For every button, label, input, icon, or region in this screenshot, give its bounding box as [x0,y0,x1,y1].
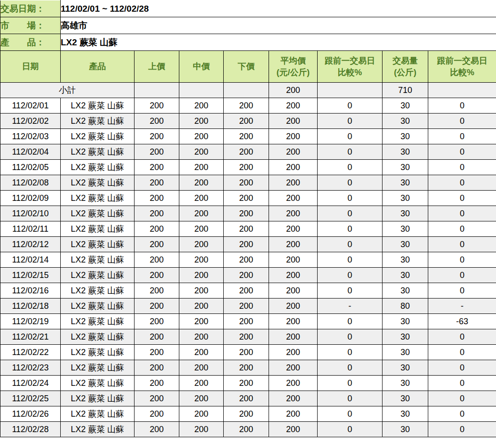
price-change-cell: 0 [318,406,383,422]
volume-cell: 30 [383,237,428,252]
average-price-cell: 200 [269,221,318,237]
date-cell: 112/02/16 [0,283,61,299]
table-row: 112/02/04 LX2 蕨菜 山蘇 200 200 200 200 0 30… [0,144,496,160]
average-price-cell: 200 [269,175,318,191]
middle-price-cell: 200 [179,175,224,191]
volume-change-cell: 0 [428,376,496,391]
volume-cell: 30 [383,360,428,376]
table-row: 112/02/21 LX2 蕨菜 山蘇 200 200 200 200 0 30… [0,329,496,345]
subtotal-average-price: 200 [269,83,318,98]
product-cell: LX2 蕨菜 山蘇 [61,345,135,360]
volume-change-cell: 0 [428,252,496,268]
average-price-cell: 200 [269,345,318,360]
price-change-cell: 0 [318,345,383,360]
middle-price-cell: 200 [179,345,224,360]
product-cell: LX2 蕨菜 山蘇 [61,129,135,144]
average-price-cell: 200 [269,376,318,391]
header-middle-price: 中價 [179,51,224,83]
table-row: 112/02/25 LX2 蕨菜 山蘇 200 200 200 200 0 30… [0,391,496,406]
upper-price-cell: 200 [135,221,179,237]
product-cell: LX2 蕨菜 山蘇 [61,191,135,206]
date-cell: 112/02/02 [0,114,61,129]
product-cell: LX2 蕨菜 山蘇 [61,221,135,237]
market-price-table: 交易日期： 112/02/01 ~ 112/02/28 市 場： 高雄市 產 品… [0,0,496,437]
table-row: 112/02/24 LX2 蕨菜 山蘇 200 200 200 200 0 30… [0,376,496,391]
volume-change-cell: 0 [428,268,496,283]
volume-cell: 30 [383,283,428,299]
price-change-cell: 0 [318,268,383,283]
middle-price-cell: 200 [179,221,224,237]
table-row: 112/02/14 LX2 蕨菜 山蘇 200 200 200 200 0 30… [0,252,496,268]
table-row: 112/02/28 LX2 蕨菜 山蘇 200 200 200 200 0 30… [0,422,496,437]
volume-change-cell: 0 [428,422,496,437]
price-change-cell: 0 [318,175,383,191]
table-row: 112/02/15 LX2 蕨菜 山蘇 200 200 200 200 0 30… [0,268,496,283]
volume-change-cell: - [428,299,496,314]
middle-price-cell: 200 [179,376,224,391]
average-price-cell: 200 [269,237,318,252]
volume-change-cell: 0 [428,114,496,129]
product-cell: LX2 蕨菜 山蘇 [61,314,135,329]
volume-change-cell: 0 [428,391,496,406]
volume-change-cell: 0 [428,283,496,299]
average-price-cell: 200 [269,314,318,329]
middle-price-cell: 200 [179,98,224,114]
product-cell: LX2 蕨菜 山蘇 [61,144,135,160]
upper-price-cell: 200 [135,314,179,329]
price-change-cell: 0 [318,252,383,268]
table-row: 112/02/01 LX2 蕨菜 山蘇 200 200 200 200 0 30… [0,98,496,114]
upper-price-cell: 200 [135,268,179,283]
upper-price-cell: 200 [135,406,179,422]
upper-price-cell: 200 [135,114,179,129]
table-body: 小計 200 710 112/02/01 LX2 蕨菜 山蘇 200 200 2… [0,83,496,437]
upper-price-cell: 200 [135,191,179,206]
table-row: 112/02/26 LX2 蕨菜 山蘇 200 200 200 200 0 30… [0,406,496,422]
volume-cell: 30 [383,314,428,329]
average-price-cell: 200 [269,299,318,314]
price-change-cell: 0 [318,160,383,175]
price-change-cell: 0 [318,391,383,406]
lower-price-cell: 200 [224,144,269,160]
date-cell: 112/02/09 [0,191,61,206]
lower-price-cell: 200 [224,329,269,345]
volume-cell: 30 [383,391,428,406]
middle-price-cell: 200 [179,144,224,160]
subtotal-middle [179,83,224,98]
middle-price-cell: 200 [179,252,224,268]
volume-cell: 30 [383,345,428,360]
header-upper-price: 上價 [135,51,179,83]
average-price-cell: 200 [269,268,318,283]
product-cell: LX2 蕨菜 山蘇 [61,422,135,437]
price-change-cell: 0 [318,98,383,114]
lower-price-cell: 200 [224,314,269,329]
lower-price-cell: 200 [224,406,269,422]
date-cell: 112/02/15 [0,268,61,283]
average-price-cell: 200 [269,283,318,299]
volume-change-cell: 0 [428,98,496,114]
table-row: 112/02/02 LX2 蕨菜 山蘇 200 200 200 200 0 30… [0,114,496,129]
middle-price-cell: 200 [179,268,224,283]
product-cell: LX2 蕨菜 山蘇 [61,98,135,114]
average-price-cell: 200 [269,206,318,221]
average-price-cell: 200 [269,422,318,437]
volume-cell: 30 [383,252,428,268]
price-change-cell: 0 [318,206,383,221]
lower-price-cell: 200 [224,422,269,437]
info-section: 交易日期： 112/02/01 ~ 112/02/28 市 場： 高雄市 產 品… [0,0,496,51]
price-change-cell: 0 [318,283,383,299]
table-header-section: 日期 產品 上價 中價 下價 平均價 (元/公斤) 跟前一交易日 比較% 交易量… [0,51,496,83]
header-lower-price: 下價 [224,51,269,83]
volume-change-cell: 0 [428,237,496,252]
date-cell: 112/02/03 [0,129,61,144]
volume-change-cell: -63 [428,314,496,329]
upper-price-cell: 200 [135,329,179,345]
lower-price-cell: 200 [224,391,269,406]
price-change-cell: 0 [318,191,383,206]
date-cell: 112/02/28 [0,422,61,437]
middle-price-cell: 200 [179,114,224,129]
date-cell: 112/02/25 [0,391,61,406]
price-change-cell: 0 [318,114,383,129]
lower-price-cell: 200 [224,160,269,175]
table-row: 112/02/16 LX2 蕨菜 山蘇 200 200 200 200 0 30… [0,283,496,299]
price-change-cell: 0 [318,237,383,252]
